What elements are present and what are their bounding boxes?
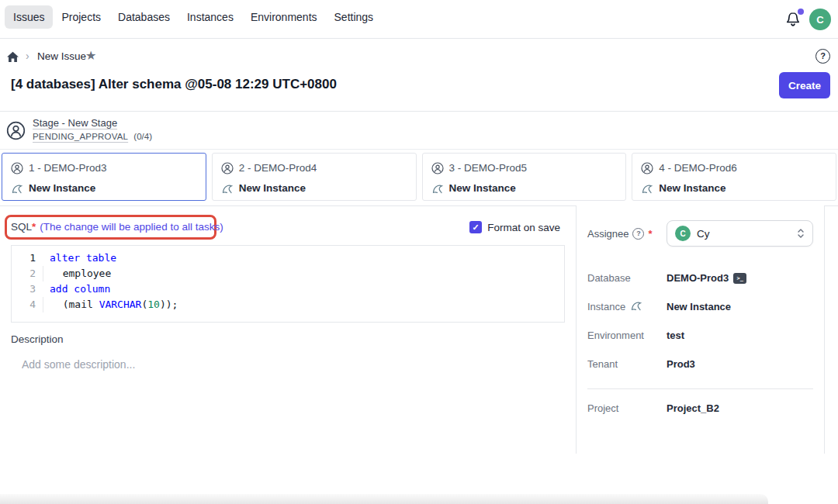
create-button[interactable]: Create xyxy=(779,72,830,98)
sql-console-icon[interactable]: >_ xyxy=(733,273,746,284)
sidebar-divider xyxy=(587,388,813,389)
code-text: employee xyxy=(43,266,111,281)
top-nav: IssuesProjectsDatabasesInstancesEnvironm… xyxy=(0,0,838,39)
tenant-label: Tenant xyxy=(587,358,667,370)
assignee-help-icon[interactable]: ? xyxy=(632,228,644,240)
project-label: Project xyxy=(587,402,667,414)
task-cards: 1 - DEMO-Prod3New Instance2 - DEMO-Prod4… xyxy=(2,153,836,201)
assignee-select[interactable]: C Cy xyxy=(667,220,813,247)
database-value[interactable]: DEMO-Prod3>_ xyxy=(667,272,746,284)
description-label: Description xyxy=(11,333,64,345)
help-icon[interactable]: ? xyxy=(815,49,830,64)
bottom-shade xyxy=(0,494,768,504)
database-label: Database xyxy=(587,272,667,284)
notification-dot xyxy=(798,9,804,15)
task-card-3[interactable]: 3 - DEMO-Prod5New Instance xyxy=(422,153,627,201)
database-row: DatabaseDEMO-Prod3>_ xyxy=(587,264,813,292)
instance-row: InstanceNew Instance xyxy=(587,292,813,321)
select-chevrons-icon xyxy=(797,227,805,240)
favorite-star-icon[interactable]: ★ xyxy=(85,48,96,63)
stage-status[interactable]: PENDING_APPROVAL (0/4) xyxy=(33,132,152,141)
instance-value[interactable]: New Instance xyxy=(667,301,731,312)
line-number: 1 xyxy=(12,250,43,266)
breadcrumb-page[interactable]: New Issue xyxy=(37,50,86,62)
assignee-label-text: Assignee xyxy=(587,228,628,240)
code-line-1[interactable]: 1alter table xyxy=(12,250,564,266)
user-circle-icon xyxy=(431,162,444,174)
nav-items: IssuesProjectsDatabasesInstancesEnvironm… xyxy=(5,5,382,29)
stage-status-text: PENDING_APPROVAL xyxy=(33,132,128,141)
user-circle-icon xyxy=(641,162,653,174)
mysql-engine-icon xyxy=(431,182,444,195)
nav-item-issues[interactable]: Issues xyxy=(5,5,53,29)
sql-label-row: SQL*(The change will be applied to all t… xyxy=(11,221,223,233)
user-avatar[interactable]: C xyxy=(809,9,831,30)
breadcrumb: › New Issue ★ ? xyxy=(0,47,838,70)
task-instance: New Instance xyxy=(449,182,516,194)
task-card-4[interactable]: 4 - DEMO-Prod6New Instance xyxy=(632,153,836,201)
assignee-label: Assignee ? * xyxy=(587,228,667,240)
environment-label: Environment xyxy=(587,330,667,341)
sidebar-fields: DatabaseDEMO-Prod3>_InstanceNew Instance… xyxy=(577,264,824,378)
nav-item-settings[interactable]: Settings xyxy=(326,5,383,29)
mysql-engine-icon xyxy=(11,182,23,195)
assignee-row: Assignee ? * C Cy xyxy=(587,220,813,247)
sql-label: SQL xyxy=(11,221,32,233)
code-text: add column xyxy=(43,281,110,297)
sql-editor[interactable]: 1alter table2 employee3add column4 (mail… xyxy=(11,245,565,323)
mysql-engine-icon xyxy=(630,299,642,314)
task-name: 1 - DEMO-Prod3 xyxy=(29,162,107,174)
line-number: 3 xyxy=(12,281,43,297)
assignee-circle-icon xyxy=(6,121,26,140)
code-line-4[interactable]: 4 (mail VARCHAR(10)); xyxy=(12,297,564,312)
format-checkbox[interactable]: ✓ xyxy=(469,221,482,233)
sql-hint: (The change will be applied to all tasks… xyxy=(40,221,223,233)
user-circle-icon xyxy=(11,162,23,174)
mysql-engine-icon xyxy=(641,182,653,195)
sql-required-mark: * xyxy=(32,221,36,233)
environment-value[interactable]: test xyxy=(667,330,684,341)
assignee-required-mark: * xyxy=(648,228,652,240)
code-line-3[interactable]: 3add column xyxy=(12,281,564,297)
assignee-avatar: C xyxy=(675,226,691,241)
task-card-1[interactable]: 1 - DEMO-Prod3New Instance xyxy=(2,153,206,201)
mysql-engine-icon xyxy=(221,182,234,195)
project-value[interactable]: Project_B2 xyxy=(667,402,719,414)
instance-label: Instance xyxy=(587,299,667,314)
environment-row: Environmenttest xyxy=(587,321,813,350)
assignee-value: Cy xyxy=(697,228,791,240)
stage-section: Stage - New Stage PENDING_APPROVAL (0/4) xyxy=(0,111,838,150)
code-text: alter table xyxy=(43,250,116,266)
breadcrumb-chevron-icon: › xyxy=(26,50,29,62)
notification-bell-icon[interactable] xyxy=(784,10,802,29)
stage-name-link[interactable]: Stage - New Stage xyxy=(33,117,117,129)
nav-item-environments[interactable]: Environments xyxy=(242,5,326,29)
description-input[interactable]: Add some description... xyxy=(22,358,135,371)
task-instance: New Instance xyxy=(29,182,95,194)
issue-sidebar: Assignee ? * C Cy DatabaseDEMO-Prod3>_In… xyxy=(576,205,825,454)
code-text: (mail VARCHAR(10)); xyxy=(43,297,178,312)
task-name: 3 - DEMO-Prod5 xyxy=(449,162,528,174)
format-on-save-toggle[interactable]: ✓ Format on save xyxy=(469,221,560,233)
format-label: Format on save xyxy=(487,222,560,233)
tenant-row: TenantProd3 xyxy=(587,350,813,378)
line-number: 2 xyxy=(12,266,43,281)
issue-detail-page: IssuesProjectsDatabasesInstancesEnvironm… xyxy=(0,0,838,504)
page-title: [4 databases] Alter schema @05-08 12:29 … xyxy=(11,77,337,92)
task-instance: New Instance xyxy=(239,182,306,194)
tenant-value[interactable]: Prod3 xyxy=(667,358,695,370)
task-instance: New Instance xyxy=(659,182,725,194)
task-name: 4 - DEMO-Prod6 xyxy=(659,162,737,174)
nav-item-instances[interactable]: Instances xyxy=(178,5,242,29)
user-circle-icon xyxy=(221,162,234,174)
code-line-2[interactable]: 2 employee xyxy=(12,266,564,281)
task-card-2[interactable]: 2 - DEMO-Prod4New Instance xyxy=(212,153,417,201)
nav-item-projects[interactable]: Projects xyxy=(53,5,109,29)
project-row: Project Project_B2 xyxy=(587,394,813,423)
nav-item-databases[interactable]: Databases xyxy=(109,5,178,29)
line-number: 4 xyxy=(12,297,43,312)
home-icon[interactable] xyxy=(6,50,19,64)
task-name: 2 - DEMO-Prod4 xyxy=(239,162,317,174)
stage-progress: (0/4) xyxy=(133,132,152,141)
